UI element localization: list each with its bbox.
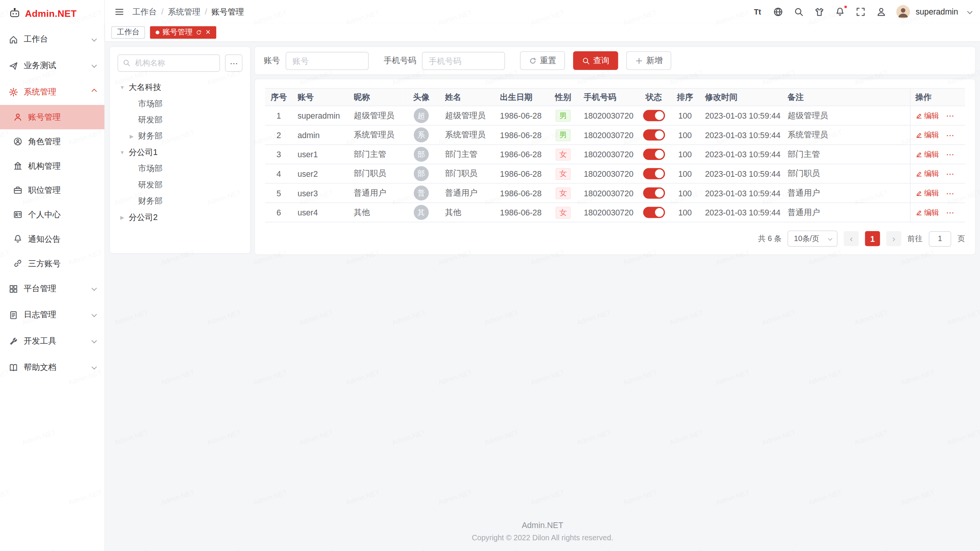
tree-more-button[interactable]: ⋯ [225, 54, 243, 72]
status-toggle[interactable] [643, 187, 665, 199]
edit-label: 编辑 [924, 149, 939, 160]
tree-node-label: 研发部 [138, 179, 163, 191]
sidebar-item-help-docs[interactable]: 帮助文档 [0, 354, 105, 381]
caret-right-icon[interactable]: ▶ [128, 134, 135, 139]
cell-no: 5 [265, 183, 292, 203]
next-page-button[interactable]: › [886, 231, 901, 246]
edit-button[interactable]: 编辑 [915, 110, 939, 121]
cell-sort: 100 [670, 106, 700, 126]
caret-right-icon[interactable]: ▶ [119, 215, 126, 220]
reset-button[interactable]: 重置 [520, 51, 565, 70]
edit-button[interactable]: 编辑 [915, 168, 939, 179]
avatar[interactable] [896, 5, 910, 18]
cell-birth-date: 1986-06-28 [495, 145, 547, 164]
sidebar-item-log-management[interactable]: 日志管理 [0, 302, 105, 328]
cell-remark: 普通用户 [782, 203, 910, 222]
status-toggle[interactable] [643, 168, 665, 179]
close-icon[interactable]: × [206, 28, 210, 36]
tree-node[interactable]: 财务部 [118, 193, 243, 209]
sidebar-item-role-management[interactable]: 角色管理 [0, 129, 105, 154]
page-size-select[interactable]: 10条/页 [788, 230, 838, 246]
sidebar-item-third-party-account[interactable]: 三方账号 [0, 251, 105, 276]
logo-text: Admin.NET [25, 8, 77, 18]
table-row: 2admin系统管理员系系统管理员1986-06-28男180200307201… [265, 125, 965, 145]
tree-node[interactable]: 市场部 [118, 161, 243, 177]
globe-icon[interactable] [773, 6, 784, 17]
sidebar-item-label: 个人中心 [28, 209, 95, 220]
username[interactable]: superadmin [916, 7, 958, 16]
add-label: 新增 [646, 55, 662, 66]
row-more-button[interactable]: ⋯ [946, 111, 955, 120]
tree-node[interactable]: ▶财务部 [118, 128, 243, 144]
sidebar-item-label: 工作台 [24, 34, 86, 45]
status-toggle[interactable] [643, 149, 665, 160]
sidebar-item-system-management[interactable]: 系统管理 [0, 79, 105, 105]
sidebar-item-business-test[interactable]: 业务测试 [0, 52, 105, 79]
row-more-button[interactable]: ⋯ [946, 188, 955, 197]
logo[interactable]: Admin.NET [0, 0, 105, 26]
tab-account-management[interactable]: 账号管理× [150, 26, 216, 39]
goto-page-input[interactable] [929, 231, 951, 246]
breadcrumb-item[interactable]: 工作台 [132, 6, 157, 17]
edit-button[interactable]: 编辑 [915, 149, 939, 160]
caret-down-icon[interactable]: ▼ [119, 150, 126, 155]
tree-node[interactable]: ▼大名科技 [118, 79, 243, 95]
row-more-button[interactable]: ⋯ [946, 208, 955, 217]
theme-icon[interactable] [814, 6, 825, 17]
sidebar-item-notice-announcement[interactable]: 通知公告 [0, 227, 105, 251]
edit-button[interactable]: 编辑 [915, 207, 939, 218]
sidebar-item-label: 系统管理 [24, 86, 86, 97]
cell-actions: 编辑⋯ [910, 125, 965, 145]
refresh-icon[interactable] [196, 29, 202, 35]
prev-page-button[interactable]: ‹ [844, 231, 859, 246]
tree-node[interactable]: 研发部 [118, 112, 243, 128]
sidebar-item-account-management[interactable]: 账号管理 [0, 105, 105, 129]
cell-actions: 编辑⋯ [910, 106, 965, 126]
cell-no: 2 [265, 125, 292, 145]
tree-node[interactable]: ▶分公司2 [118, 209, 243, 225]
edit-button[interactable]: 编辑 [915, 130, 939, 140]
status-toggle[interactable] [643, 129, 665, 140]
fullscreen-icon[interactable] [855, 6, 866, 17]
add-button[interactable]: 新增 [626, 51, 671, 70]
status-toggle[interactable] [643, 110, 665, 121]
tree-node[interactable]: ▼分公司1 [118, 144, 243, 160]
caret-down-icon[interactable]: ▼ [119, 85, 126, 90]
font-size-icon[interactable]: Tt [752, 6, 763, 17]
sidebar-item-position-management[interactable]: 职位管理 [0, 178, 105, 202]
sidebar-item-platform-management[interactable]: 平台管理 [0, 276, 105, 302]
tree-node[interactable]: 研发部 [118, 177, 243, 193]
notification-button[interactable] [835, 6, 846, 17]
status-toggle[interactable] [643, 207, 665, 218]
breadcrumb-item[interactable]: 系统管理 [168, 6, 201, 17]
row-more-button[interactable]: ⋯ [946, 169, 955, 178]
sidebar-item-workbench[interactable]: 工作台 [0, 26, 105, 53]
cell-modified-time: 2023-01-03 10:59:44 [700, 203, 783, 222]
sidebar-item-dev-tools[interactable]: 开发工具 [0, 328, 105, 354]
page-1-button[interactable]: 1 [865, 231, 880, 246]
sidebar-item-personal-center[interactable]: 个人中心 [0, 202, 105, 227]
chevron-down-icon[interactable] [967, 8, 972, 14]
gender-badge: 女 [555, 148, 570, 160]
edit-button[interactable]: 编辑 [915, 188, 939, 199]
search-icon[interactable] [793, 6, 804, 17]
tab-workbench[interactable]: 工作台 [111, 26, 145, 39]
breadcrumb-item[interactable]: 账号管理 [211, 6, 244, 17]
row-more-button[interactable]: ⋯ [946, 130, 955, 139]
user-icon[interactable] [875, 6, 887, 17]
cell-modified-time: 2023-01-03 10:59:44 [700, 164, 783, 184]
tree-node[interactable]: 市场部 [118, 96, 243, 112]
gender-badge: 女 [555, 207, 570, 218]
sidebar-item-org-management[interactable]: 机构管理 [0, 154, 105, 178]
sidebar-item-label: 机构管理 [28, 160, 95, 171]
hamburger-icon[interactable] [114, 6, 125, 17]
doc-icon [9, 363, 18, 372]
phone-input[interactable] [422, 52, 505, 70]
chevron-down-icon [91, 62, 97, 68]
search-button[interactable]: 查询 [573, 51, 618, 70]
account-input[interactable] [286, 52, 369, 70]
row-more-button[interactable]: ⋯ [946, 150, 955, 159]
edit-icon [915, 132, 922, 139]
org-search-input[interactable] [118, 54, 220, 72]
edit-label: 编辑 [924, 207, 939, 218]
